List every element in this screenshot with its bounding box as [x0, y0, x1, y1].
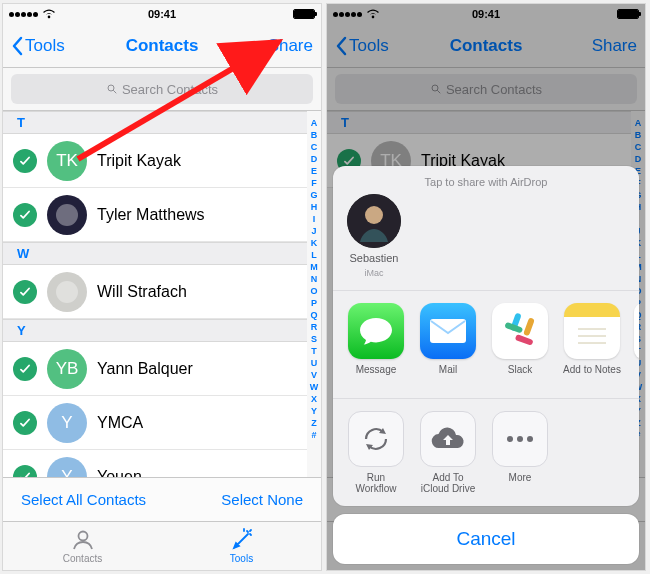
- index-letter[interactable]: X: [311, 393, 317, 405]
- select-all-button[interactable]: Select All Contacts: [21, 491, 146, 508]
- index-letter[interactable]: N: [311, 273, 318, 285]
- nav-bar: Tools Contacts Share: [3, 24, 321, 68]
- share-apps-row[interactable]: Message Mail: [333, 290, 639, 398]
- airdrop-title: Tap to share with AirDrop: [333, 166, 639, 194]
- chevron-left-icon: [11, 36, 23, 56]
- tab-contacts[interactable]: Contacts: [3, 522, 162, 570]
- more-icon: [492, 411, 548, 467]
- index-letter[interactable]: R: [311, 321, 318, 333]
- select-none-button[interactable]: Select None: [221, 491, 303, 508]
- svg-rect-9: [430, 319, 466, 343]
- section-header-t: T: [3, 111, 307, 134]
- index-letter[interactable]: W: [310, 381, 319, 393]
- share-button[interactable]: Share: [268, 36, 313, 56]
- index-letter[interactable]: G: [310, 189, 317, 201]
- index-letter[interactable]: F: [311, 177, 317, 189]
- alpha-index[interactable]: ABCDEFGHIJKLMNOPQRSTUVWXYZ#: [307, 111, 321, 477]
- index-letter[interactable]: #: [311, 429, 316, 441]
- check-icon[interactable]: [13, 203, 37, 227]
- share-actions-row[interactable]: Run Workflow Add To iCloud Drive More: [333, 398, 639, 506]
- wifi-icon: [42, 9, 56, 19]
- contact-name: Tripit Kayak: [97, 152, 297, 170]
- check-icon[interactable]: [13, 411, 37, 435]
- index-letter[interactable]: O: [310, 285, 317, 297]
- index-letter[interactable]: C: [311, 141, 318, 153]
- check-icon[interactable]: [13, 280, 37, 304]
- mail-icon: [420, 303, 476, 359]
- index-letter[interactable]: B: [311, 129, 318, 141]
- contact-row[interactable]: Y Youen: [3, 450, 307, 477]
- avatar: TK: [47, 141, 87, 181]
- tab-bar: Contacts Tools: [3, 521, 321, 570]
- share-app-inbox-partial[interactable]: InD: [633, 303, 639, 386]
- index-letter[interactable]: J: [311, 225, 316, 237]
- index-letter[interactable]: L: [311, 249, 317, 261]
- svg-point-18: [517, 436, 523, 442]
- index-letter[interactable]: S: [311, 333, 317, 345]
- tab-label: Tools: [230, 553, 253, 564]
- contact-row[interactable]: Will Strafach: [3, 265, 307, 319]
- action-label: More: [509, 472, 532, 483]
- index-letter[interactable]: K: [311, 237, 318, 249]
- cancel-button[interactable]: Cancel: [333, 514, 639, 564]
- index-letter[interactable]: Q: [310, 309, 317, 321]
- index-letter[interactable]: Y: [311, 405, 317, 417]
- check-icon[interactable]: [13, 465, 37, 478]
- contact-name: Youen: [97, 468, 297, 478]
- airdrop-device: iMac: [364, 268, 383, 278]
- contact-row[interactable]: Tyler Matthews: [3, 188, 307, 242]
- search-input[interactable]: Search Contacts: [11, 74, 313, 104]
- contact-row[interactable]: YB Yann Balquer: [3, 342, 307, 396]
- message-icon: [348, 303, 404, 359]
- index-letter[interactable]: U: [311, 357, 318, 369]
- right-screenshot: 09:41 Tools Contacts Share Search Contac…: [326, 3, 646, 571]
- svg-rect-11: [523, 317, 535, 336]
- svg-rect-13: [515, 334, 534, 346]
- tab-tools[interactable]: Tools: [162, 522, 321, 570]
- action-label: Add To iCloud Drive: [421, 472, 475, 494]
- section-header-y: Y: [3, 319, 307, 342]
- contacts-list[interactable]: T TK Tripit Kayak Tyler Matthews W Will …: [3, 111, 307, 477]
- avatar: Y: [47, 457, 87, 478]
- action-more[interactable]: More: [489, 411, 551, 494]
- nav-title: Contacts: [126, 36, 199, 56]
- back-label: Tools: [25, 36, 65, 56]
- svg-point-2: [78, 532, 87, 541]
- section-header-w: W: [3, 242, 307, 265]
- index-letter[interactable]: E: [311, 165, 317, 177]
- contact-name: Will Strafach: [97, 283, 297, 301]
- back-button[interactable]: Tools: [11, 36, 65, 56]
- check-icon[interactable]: [13, 357, 37, 381]
- app-label: Slack: [508, 364, 532, 375]
- cancel-label: Cancel: [456, 528, 515, 550]
- contact-row[interactable]: Y YMCA: [3, 396, 307, 450]
- index-letter[interactable]: V: [311, 369, 317, 381]
- avatar: [47, 195, 87, 235]
- check-icon[interactable]: [13, 149, 37, 173]
- search-container: Search Contacts: [3, 68, 321, 111]
- magic-wand-icon: [229, 528, 255, 552]
- share-app-notes[interactable]: Add to Notes: [561, 303, 623, 386]
- contact-row[interactable]: TK Tripit Kayak: [3, 134, 307, 188]
- index-letter[interactable]: H: [311, 201, 318, 213]
- index-letter[interactable]: A: [311, 117, 318, 129]
- index-letter[interactable]: T: [311, 345, 317, 357]
- signal-strength-icon: [9, 12, 38, 17]
- action-run-workflow[interactable]: Run Workflow: [345, 411, 407, 494]
- share-app-message[interactable]: Message: [345, 303, 407, 386]
- share-app-mail[interactable]: Mail: [417, 303, 479, 386]
- share-app-slack[interactable]: Slack: [489, 303, 551, 386]
- index-letter[interactable]: M: [310, 261, 318, 273]
- contact-name: Tyler Matthews: [97, 206, 297, 224]
- index-letter[interactable]: Z: [311, 417, 317, 429]
- index-letter[interactable]: I: [313, 213, 316, 225]
- airdrop-target[interactable]: Sebastien iMac: [347, 194, 401, 278]
- select-bar: Select All Contacts Select None: [3, 477, 321, 521]
- index-letter[interactable]: D: [311, 153, 318, 165]
- status-bar: 09:41: [3, 4, 321, 24]
- svg-point-0: [108, 85, 114, 91]
- action-icloud-drive[interactable]: Add To iCloud Drive: [417, 411, 479, 494]
- index-letter[interactable]: P: [311, 297, 317, 309]
- avatar: YB: [47, 349, 87, 389]
- contact-name: YMCA: [97, 414, 297, 432]
